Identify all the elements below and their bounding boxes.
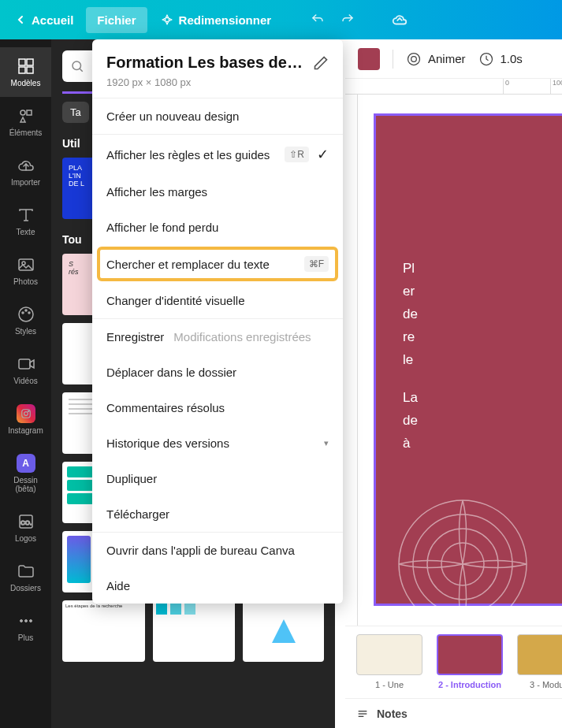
redo-icon xyxy=(341,13,355,27)
slide-thumb-1[interactable]: 1 - Une xyxy=(356,634,422,690)
menu-show-rulers[interactable]: Afficher les règles et les guides ⇧R ✓ xyxy=(92,135,343,174)
sidebar-label: Éléments xyxy=(9,128,43,137)
menu-save[interactable]: Enregistrer Modifications enregistrées xyxy=(92,319,343,355)
sidebar-label: Logos xyxy=(15,534,36,543)
text-line: La xyxy=(403,390,418,405)
mandala-decoration xyxy=(392,493,534,626)
sidebar-item-text[interactable]: Texte xyxy=(0,196,51,246)
slide-text[interactable]: Pl er de re le La de à xyxy=(403,258,562,471)
menu-help[interactable]: Aide xyxy=(92,568,343,604)
svg-rect-3 xyxy=(27,67,33,73)
category-pill[interactable]: Ta xyxy=(62,102,89,123)
template-thumb[interactable]: Les étapes de la recherche xyxy=(62,600,145,662)
canvas-area[interactable]: C Pl er de re le La de à xyxy=(345,95,562,626)
shortcut-badge: ⌘F xyxy=(304,256,329,272)
slide-content[interactable]: C Pl er de re le La de à xyxy=(374,113,562,606)
menu-find-replace[interactable]: Chercher et remplacer du texte ⌘F xyxy=(92,245,343,283)
chevron-left-icon xyxy=(14,13,27,26)
logos-icon: CO. xyxy=(17,512,35,531)
menu-resolved-comments[interactable]: Commentaires résolus xyxy=(92,390,343,425)
thumb-text: Les étapes de la recherche xyxy=(65,604,142,608)
slide-thumb-2[interactable]: 2 - Introduction xyxy=(437,634,503,690)
text-line: à xyxy=(403,436,410,451)
undo-icon xyxy=(311,13,325,27)
sidebar-item-photos[interactable]: Photos xyxy=(0,246,51,295)
sidebar-label: Importer xyxy=(11,178,40,187)
sidebar-item-draw[interactable]: A Dessin (bêta) xyxy=(0,444,51,503)
svg-point-17 xyxy=(24,412,28,416)
sidebar-item-instagram[interactable]: Instagram xyxy=(0,395,51,444)
redo-button[interactable] xyxy=(336,8,359,32)
menu-label: Créer un nouveau design xyxy=(106,110,239,123)
svg-marker-6 xyxy=(20,117,25,122)
ruler-horizontal: 0 100 xyxy=(345,79,562,95)
ruler-tick: 100 xyxy=(550,79,562,94)
menu-download[interactable]: Télécharger xyxy=(92,496,343,532)
sidebar-item-templates[interactable]: Modèles xyxy=(0,47,51,97)
text-line: re xyxy=(403,329,415,344)
video-icon xyxy=(17,355,35,373)
notes-icon xyxy=(356,708,369,720)
menu-show-bleed[interactable]: Afficher le fond perdu xyxy=(92,210,343,245)
resize-button[interactable]: Redimensionner xyxy=(154,7,280,33)
chevron-down-icon: ▾ xyxy=(324,438,329,448)
clock-icon xyxy=(478,51,494,67)
template-thumb[interactable] xyxy=(153,600,236,662)
animate-label: Animer xyxy=(428,52,466,65)
svg-text:CO.: CO. xyxy=(20,519,31,526)
menu-create-new[interactable]: Créer un nouveau design xyxy=(92,98,343,134)
menu-show-margins[interactable]: Afficher les marges xyxy=(92,174,343,210)
undo-button[interactable] xyxy=(306,8,329,32)
elements-icon xyxy=(17,106,35,125)
animate-button[interactable]: Animer xyxy=(406,51,466,67)
sidebar-item-styles[interactable]: Styles xyxy=(0,295,51,345)
edit-title-icon[interactable] xyxy=(313,55,329,71)
sidebar-label: Plus xyxy=(18,633,33,642)
notes-toggle[interactable]: Notes xyxy=(345,698,562,728)
templates-icon xyxy=(17,57,35,76)
svg-point-22 xyxy=(24,620,27,622)
sidebar-item-elements[interactable]: Éléments xyxy=(0,97,51,147)
folder-icon xyxy=(17,562,35,581)
svg-rect-5 xyxy=(27,110,32,115)
svg-line-25 xyxy=(80,69,83,72)
menu-move-folder[interactable]: Déplacer dans le dossier xyxy=(92,355,343,390)
svg-marker-26 xyxy=(272,619,296,643)
menu-label: Afficher les règles et les guides xyxy=(106,148,277,162)
file-dropdown: Formation Les bases de Ca... 1920 px × 1… xyxy=(92,39,343,604)
sidebar-item-more[interactable]: Plus xyxy=(0,602,51,652)
home-button[interactable]: Accueil xyxy=(8,9,80,32)
svg-point-28 xyxy=(411,56,417,61)
sidebar-label: Dossiers xyxy=(10,584,41,592)
side-panel: Modèles Éléments Importer Texte Photos S… xyxy=(0,39,51,728)
sidebar-label: Modèles xyxy=(11,79,41,87)
template-thumb[interactable] xyxy=(243,600,324,662)
menu-label: Déplacer dans le dossier xyxy=(106,366,236,379)
menu-open-desktop[interactable]: Ouvrir dans l'appli de bureau Canva xyxy=(92,533,343,568)
sidebar-item-folders[interactable]: Dossiers xyxy=(0,552,51,602)
slide-strip: 1 - Une 2 - Introduction 3 - Module xyxy=(345,626,562,698)
menu-duplicate[interactable]: Dupliquer xyxy=(92,461,343,496)
draw-icon: A xyxy=(17,454,35,473)
slide-thumb-3[interactable]: 3 - Module xyxy=(517,634,562,690)
svg-rect-14 xyxy=(19,359,30,369)
slide-label: 1 - Une xyxy=(375,680,404,689)
svg-rect-0 xyxy=(19,59,25,65)
sidebar-item-logos[interactable]: CO. Logos xyxy=(0,503,51,552)
sidebar-item-import[interactable]: Importer xyxy=(0,147,51,196)
animate-icon xyxy=(406,51,422,67)
check-icon: ✓ xyxy=(317,146,329,163)
thumb-text: rés xyxy=(69,268,79,276)
file-menu-button[interactable]: Fichier xyxy=(86,7,147,33)
photos-icon xyxy=(17,255,35,274)
background-color-button[interactable] xyxy=(358,48,380,70)
cloud-sync-button[interactable] xyxy=(386,6,413,33)
duration-button[interactable]: 1.0s xyxy=(478,51,523,67)
menu-label: Changer d'identité visuelle xyxy=(106,294,244,307)
menu-change-identity[interactable]: Changer d'identité visuelle xyxy=(92,283,343,318)
menu-label: Chercher et remplacer du texte xyxy=(106,258,296,271)
menu-version-history[interactable]: Historique des versions ▾ xyxy=(92,425,343,461)
notes-label: Notes xyxy=(377,708,408,720)
palette-icon xyxy=(17,305,35,324)
sidebar-item-videos[interactable]: Vidéos xyxy=(0,345,51,395)
